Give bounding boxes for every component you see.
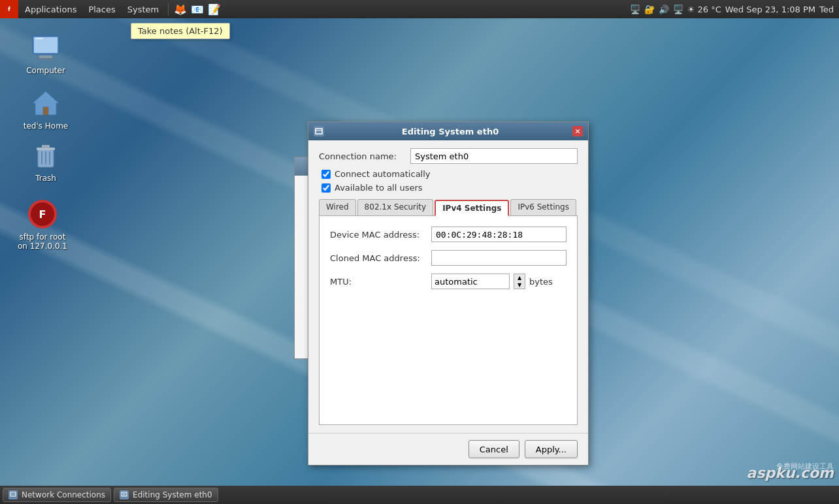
connection-name-row: Connection name: xyxy=(319,148,578,164)
panel-separator-1 xyxy=(168,3,169,16)
sftp-label: sftp for root on 127.0.0.1 xyxy=(16,232,69,251)
display-icon-item[interactable]: 🖥️ xyxy=(673,5,683,14)
watermark-sub: 免费网站建设工具 xyxy=(776,462,834,471)
taskbar: Network Connections Editing System eth0 xyxy=(0,486,839,504)
username-item[interactable]: Ted xyxy=(819,5,834,14)
mtu-unit: bytes xyxy=(529,277,553,287)
auto-connect-checkbox[interactable] xyxy=(321,170,331,179)
cloned-mac-row: Cloned MAC address: xyxy=(330,250,567,266)
connection-name-label: Connection name: xyxy=(319,151,410,161)
tab-ipv6[interactable]: IPv6 Settings xyxy=(510,199,576,215)
datetime-item[interactable]: Wed Sep 23, 1:08 PM xyxy=(725,5,815,14)
mtu-controls: automatic 1500 9000 ▲ ▼ bytes xyxy=(431,274,553,289)
computer-desktop-icon[interactable]: Computer xyxy=(20,29,72,78)
network-icon: 🖥️ xyxy=(630,5,640,14)
auto-connect-row: Connect automatically xyxy=(319,169,578,179)
weather-icon: ☀️ xyxy=(687,5,695,14)
taskbar-network-connections[interactable]: Network Connections xyxy=(3,488,111,502)
datetime-display: Wed Sep 23, 1:08 PM xyxy=(725,5,815,14)
editing-dialog: Editing System eth0 ✕ Connection name: C… xyxy=(308,121,589,465)
trash-desktop-icon[interactable]: Trash xyxy=(20,137,72,185)
device-mac-row: Device MAC address: xyxy=(330,227,567,242)
editing-icon xyxy=(120,490,129,499)
svg-text:F: F xyxy=(39,208,46,221)
apply-button[interactable]: Apply... xyxy=(525,440,578,458)
all-users-label: Available to all users xyxy=(335,183,423,193)
home-desktop-icon[interactable]: ted's Home xyxy=(20,85,72,133)
volume-icon: 🔊 xyxy=(659,5,669,14)
svg-rect-8 xyxy=(43,107,48,115)
dialog-titlebar: Editing System eth0 ✕ xyxy=(308,122,588,140)
all-users-checkbox[interactable] xyxy=(321,183,331,193)
volume-icon-item[interactable]: 🔊 xyxy=(659,5,669,14)
keyring-icon-item[interactable]: 🔐 xyxy=(644,5,655,14)
svg-rect-4 xyxy=(39,55,52,58)
mtu-spinner: ▲ ▼ xyxy=(514,274,525,289)
top-panel: f Applications Places System 🦊 📧 📝 🖥️ 🔐 xyxy=(0,0,839,18)
mtu-spinner-up[interactable]: ▲ xyxy=(514,274,525,281)
mtu-spinner-down[interactable]: ▼ xyxy=(514,281,525,289)
mtu-label: MTU: xyxy=(330,277,431,287)
panel-left: f Applications Places System 🦊 📧 📝 xyxy=(0,0,222,18)
svg-rect-11 xyxy=(42,145,50,148)
network-status[interactable]: 🖥️ xyxy=(630,5,640,14)
tab-ipv4[interactable]: IPv4 Settings xyxy=(435,200,509,216)
applications-menu[interactable]: Applications xyxy=(20,0,82,18)
editing-label: Editing System eth0 xyxy=(133,490,212,499)
dialog-close-button[interactable]: ✕ xyxy=(572,126,583,136)
tabs-container: Wired 802.1x Security IPv4 Settings IPv6… xyxy=(319,199,578,216)
system-menu[interactable]: System xyxy=(122,0,164,18)
tooltip: Take notes (Alt-F12) xyxy=(131,23,230,39)
dialog-footer: Cancel Apply... xyxy=(308,433,588,465)
temperature: 26 °C xyxy=(697,5,721,14)
svg-rect-22 xyxy=(122,492,127,496)
network-connections-icon xyxy=(8,490,18,499)
sftp-icon-img: F xyxy=(27,198,58,230)
cancel-button[interactable]: Cancel xyxy=(469,440,519,458)
connection-name-input[interactable] xyxy=(410,148,578,164)
desktop: f Applications Places System 🦊 📧 📝 🖥️ 🔐 xyxy=(0,0,839,504)
computer-icon-img xyxy=(30,32,61,63)
fedora-menu-icon[interactable]: f xyxy=(0,0,18,18)
dialog-title-icon xyxy=(314,126,324,136)
sftp-desktop-icon[interactable]: F sftp for root on 127.0.0.1 xyxy=(13,196,72,253)
keyring-icon: 🔐 xyxy=(644,5,655,14)
home-label: ted's Home xyxy=(24,121,69,131)
device-mac-input[interactable] xyxy=(431,227,567,242)
svg-rect-3 xyxy=(34,37,58,53)
cloned-mac-input[interactable] xyxy=(431,250,567,266)
dialog-title: Editing System eth0 xyxy=(328,127,572,136)
trash-label: Trash xyxy=(35,174,56,183)
auto-connect-label: Connect automatically xyxy=(335,169,431,179)
device-mac-label: Device MAC address: xyxy=(330,230,431,240)
trash-icon-img xyxy=(30,140,61,171)
svg-rect-18 xyxy=(316,129,322,134)
svg-text:f: f xyxy=(8,6,10,12)
dialog-body: Connection name: Connect automatically A… xyxy=(308,140,588,433)
mtu-row: MTU: automatic 1500 9000 ▲ ▼ byte xyxy=(330,274,567,289)
home-icon-img xyxy=(30,87,61,119)
panel-right: 🖥️ 🔐 🔊 🖥️ ☀️ 26 °C Wed Sep 23, 1:08 PM T… xyxy=(630,5,839,14)
places-menu[interactable]: Places xyxy=(83,0,120,18)
taskbar-editing[interactable]: Editing System eth0 xyxy=(114,488,218,502)
cloned-mac-label: Cloned MAC address: xyxy=(330,253,431,263)
all-users-row: Available to all users xyxy=(319,183,578,193)
tab-wired[interactable]: Wired xyxy=(319,199,356,215)
tab-security[interactable]: 802.1x Security xyxy=(357,199,434,215)
network-connections-label: Network Connections xyxy=(22,490,105,499)
computer-label: Computer xyxy=(26,66,65,75)
dialog-container: Editing System eth0 ✕ Connection name: C… xyxy=(308,121,589,465)
username-display: Ted xyxy=(819,5,834,14)
firefox-icon[interactable]: 🦊 xyxy=(173,1,188,17)
mail-icon[interactable]: 📧 xyxy=(189,1,205,17)
mtu-select[interactable]: automatic 1500 9000 xyxy=(431,274,510,289)
weather-item: ☀️ 26 °C xyxy=(687,5,721,14)
display-icon: 🖥️ xyxy=(673,5,683,14)
notes-icon[interactable]: 📝 xyxy=(206,1,222,17)
svg-rect-5 xyxy=(37,58,55,59)
tab-content: Device MAC address: Cloned MAC address: … xyxy=(319,216,578,425)
